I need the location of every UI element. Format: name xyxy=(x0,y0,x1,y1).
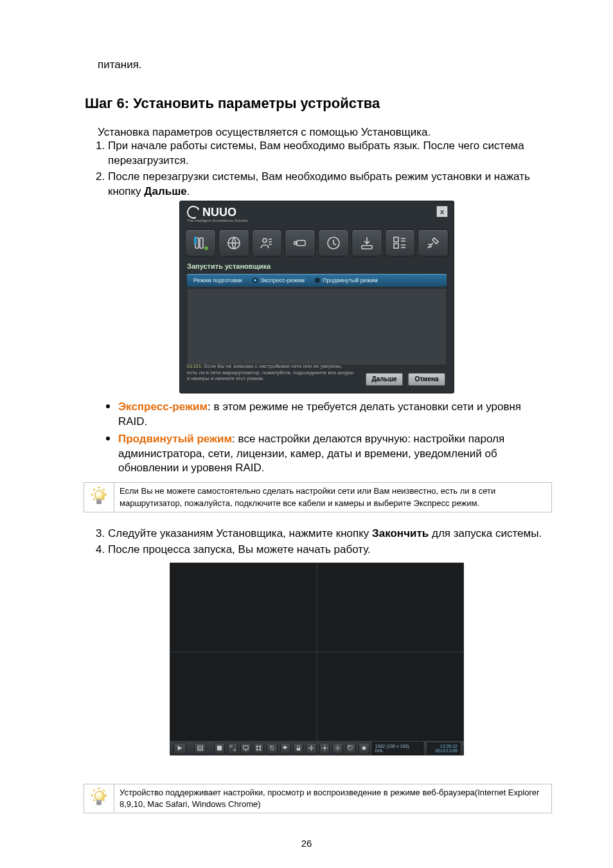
time-label: 13:39:22 xyxy=(440,744,458,748)
liveview-screenshot: 1982 (100 x 100) N/A 13:39:22 2012/11/28 xyxy=(170,563,464,755)
svg-rect-17 xyxy=(256,746,258,748)
globe-icon[interactable] xyxy=(219,230,249,256)
monitor-icon[interactable] xyxy=(240,743,251,754)
cancel-button[interactable]: Отмена xyxy=(408,373,445,386)
svg-rect-19 xyxy=(256,749,258,751)
radio-express[interactable] xyxy=(253,278,258,283)
move-icon[interactable] xyxy=(306,743,316,754)
mode-bullets: Экспресс-режим: в этом режиме не требует… xyxy=(103,397,549,476)
download-icon[interactable] xyxy=(352,230,382,256)
svg-rect-4 xyxy=(297,240,305,246)
emphasis: Закончить xyxy=(372,527,429,539)
storage-icon[interactable] xyxy=(186,230,215,256)
status-line2: N/A xyxy=(375,748,420,753)
svg-point-28 xyxy=(362,746,366,750)
toolbar xyxy=(186,230,448,256)
svg-rect-18 xyxy=(260,746,262,748)
svg-point-25 xyxy=(337,747,339,750)
tip-icon-cell xyxy=(84,784,114,813)
list-item-text: . xyxy=(187,185,190,197)
logo-text: NUUO xyxy=(202,206,236,219)
svg-point-24 xyxy=(323,747,326,750)
list-item: После перезагрузки системы, Вам необходи… xyxy=(108,170,549,199)
svg-marker-10 xyxy=(178,746,182,750)
svg-marker-22 xyxy=(283,746,287,750)
emphasis: Дальше xyxy=(144,185,186,197)
ordered-list: При начале работы системы, Вам необходим… xyxy=(93,139,549,199)
datetime-box: 13:39:22 2012/11/28 xyxy=(427,743,460,754)
svg-marker-26 xyxy=(348,746,353,750)
section-label: Запустить установщика xyxy=(187,262,271,270)
svg-rect-23 xyxy=(296,748,300,751)
svg-rect-7 xyxy=(362,246,372,249)
svg-rect-9 xyxy=(394,244,398,248)
lightbulb-icon xyxy=(91,486,107,509)
tip-icon-cell xyxy=(84,483,114,511)
close-button[interactable]: x xyxy=(436,206,448,217)
hint-body: Если Вы не знакомы с настройками сети ил… xyxy=(187,363,353,381)
logo: NUUO xyxy=(187,206,236,219)
logo-subtitle: The Intelligent Surveillance Solution xyxy=(187,219,248,222)
list-item: При начале работы системы, Вам необходим… xyxy=(108,139,549,168)
device-icon[interactable] xyxy=(285,230,315,256)
expand-icon[interactable] xyxy=(227,743,238,754)
list-item-text: для запуска системы. xyxy=(429,527,542,539)
tip-box: Если Вы не можете самостоятельно сделать… xyxy=(84,482,552,512)
list-item: После процесса запуска, Вы можете начать… xyxy=(108,543,549,557)
paragraph: питания. xyxy=(98,58,549,73)
advanced-mode-label: Продвинутый режим xyxy=(118,433,232,445)
list-item: Следуйте указаниям Установщика, нажмите … xyxy=(108,527,549,541)
svg-rect-20 xyxy=(260,749,262,751)
list-item: Экспресс-режим: в этом режиме не требует… xyxy=(118,397,549,429)
radio-advanced[interactable] xyxy=(315,278,320,283)
installer-screenshot: NUUO The Intelligent Surveillance Soluti… xyxy=(179,201,454,393)
video-cell[interactable] xyxy=(170,563,317,652)
svg-rect-5 xyxy=(294,242,296,244)
ordered-list: Следуйте указаниям Установщика, нажмите … xyxy=(93,527,549,557)
list-icon[interactable] xyxy=(194,743,207,754)
users-icon[interactable] xyxy=(253,230,282,256)
tip-text: Устройство поддерживает настройки, просм… xyxy=(114,784,551,813)
hint-code: 01101: xyxy=(187,363,202,369)
tip-box: Устройство поддерживает настройки, просм… xyxy=(84,784,552,813)
grid4-icon[interactable] xyxy=(254,743,264,754)
video-cell[interactable] xyxy=(170,652,317,741)
lightbulb-icon xyxy=(91,787,107,810)
video-cell[interactable] xyxy=(317,652,464,741)
tools-icon[interactable] xyxy=(418,230,448,256)
mode-prep-label: Режим подготовки xyxy=(193,277,242,284)
mode-content-area xyxy=(187,288,447,365)
refresh-icon[interactable] xyxy=(267,743,277,754)
svg-rect-15 xyxy=(244,746,248,750)
list-item-text: Следуйте указаниям Установщика, нажмите … xyxy=(108,527,372,539)
express-mode-label: Экспресс-режим xyxy=(118,401,208,413)
status-line1: 1982 (100 x 100) xyxy=(375,744,420,748)
status-box: 1982 (100 x 100) N/A xyxy=(372,742,423,755)
svg-point-3 xyxy=(263,239,267,242)
clock-icon[interactable] xyxy=(319,230,348,256)
tip-text: Если Вы не можете самостоятельно сделать… xyxy=(114,483,551,511)
record-icon[interactable] xyxy=(359,743,369,754)
grid1-icon[interactable] xyxy=(214,743,224,754)
svg-rect-14 xyxy=(217,746,222,750)
layers-icon[interactable] xyxy=(280,743,290,754)
lock-icon[interactable] xyxy=(293,743,303,754)
intro-paragraph: Установка параметров осуществляется с по… xyxy=(98,126,549,139)
tag-icon[interactable] xyxy=(346,743,356,754)
video-cell[interactable] xyxy=(317,563,464,652)
hint-text: 01101: Если Вы не знакомы с настройками … xyxy=(187,363,354,382)
next-button[interactable]: Дальше xyxy=(366,373,403,386)
gear-icon[interactable] xyxy=(332,743,342,754)
raid-icon[interactable] xyxy=(386,230,415,256)
play-icon[interactable] xyxy=(173,743,186,754)
date-label: 2012/11/28 xyxy=(435,748,458,753)
mode-advanced-label: Продвинутый режим xyxy=(323,277,378,284)
svg-rect-8 xyxy=(394,237,398,242)
step-heading: Шаг 6: Установить параметры устройства xyxy=(85,95,549,112)
ptz-icon[interactable] xyxy=(319,743,330,754)
mode-bar: Режим подготовки Экспресс-режим Продвину… xyxy=(187,274,447,287)
svg-rect-1 xyxy=(200,238,203,248)
svg-rect-11 xyxy=(198,746,202,750)
list-item: Продвинутый режим: все настройки делаютс… xyxy=(118,429,549,476)
mode-express-label: Экспресс-режим xyxy=(260,277,305,284)
